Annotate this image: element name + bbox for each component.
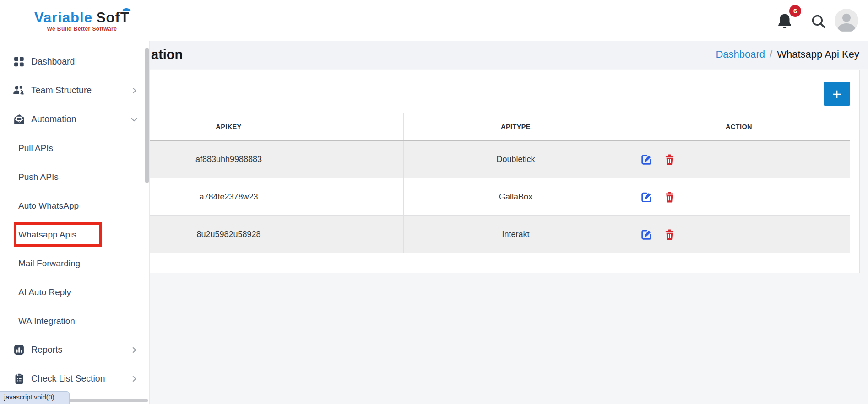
- sidebar-item-auto-whatsapp[interactable]: Auto WhatsApp: [5, 191, 149, 220]
- add-api-key-button[interactable]: +: [824, 82, 850, 106]
- brand-logo[interactable]: VariableSofT We Build Better Software: [34, 10, 130, 32]
- sidebar-vertical-scrollbar-thumb[interactable]: [145, 48, 149, 183]
- chevron-down-icon: [130, 115, 138, 124]
- sidebar-item-label: Pull APIs: [18, 143, 53, 153]
- sidebar-horizontal-scrollbar-thumb[interactable]: [69, 399, 148, 402]
- user-avatar[interactable]: [835, 9, 858, 32]
- user-avatar-icon: [835, 26, 858, 32]
- brand-primary-text: Variable: [34, 10, 92, 26]
- trash-icon: [664, 229, 675, 240]
- edit-icon: [641, 229, 652, 240]
- sidebar-item-whatsapp-apis[interactable]: Whatsapp Apis: [5, 220, 149, 249]
- sidebar-item-label: Team Structure: [31, 85, 92, 96]
- clipboard-icon: [13, 372, 25, 385]
- app-header: VariableSofT We Build Better Software 6: [5, 4, 868, 41]
- api-key-card: + APIKEYAPITYPEACTION af883uhh9988883Dou…: [44, 70, 860, 273]
- search-icon: [811, 24, 826, 31]
- notification-badge[interactable]: 6: [789, 5, 801, 17]
- status-link-tooltip: javascript:void(0): [0, 391, 70, 404]
- apitype-cell: Interakt: [404, 216, 628, 253]
- sidebar-item-label: Whatsapp Apis: [18, 230, 76, 240]
- table-row: 8u2u5982u58928Interakt: [54, 216, 850, 253]
- table-header-row: APIKEYAPITYPEACTION: [54, 113, 850, 141]
- sidebar-item-ai-auto-reply[interactable]: AI Auto Reply: [5, 278, 149, 307]
- sidebar-item-wa-integration[interactable]: WA Integration: [5, 307, 149, 335]
- edit-button[interactable]: [641, 229, 652, 240]
- breadcrumb: Dashboard/Whatsapp Api Key: [716, 41, 859, 68]
- page-titlebar: ation Dashboard/Whatsapp Api Key: [44, 41, 868, 69]
- edit-button[interactable]: [641, 154, 652, 165]
- sidebar-item-label: Dashboard: [31, 56, 75, 67]
- chevron-right-icon: [130, 375, 138, 383]
- bar-chart-icon: [13, 344, 25, 356]
- breadcrumb-separator: /: [770, 48, 772, 60]
- edit-icon: [641, 191, 652, 203]
- search-button[interactable]: [810, 14, 827, 30]
- sidebar-item-push-apis[interactable]: Push APIs: [5, 162, 149, 191]
- brand-name: VariableSofT: [34, 10, 130, 26]
- chevron-right-icon: [130, 86, 138, 95]
- team-icon: [13, 84, 25, 97]
- sidebar-item-label: WA Integration: [18, 316, 75, 326]
- sidebar-item-label: Auto WhatsApp: [18, 201, 79, 211]
- api-key-table-wrap: APIKEYAPITYPEACTION af883uhh9988883Doubl…: [54, 113, 850, 253]
- apitype-cell: GallaBox: [404, 178, 628, 216]
- delete-button[interactable]: [664, 229, 675, 240]
- chevron-right-icon: [130, 346, 138, 354]
- column-header-apitype: APITYPE: [404, 113, 628, 141]
- breadcrumb-dashboard-link[interactable]: Dashboard: [716, 48, 765, 60]
- sidebar-item-mail-forwarding[interactable]: Mail Forwarding: [5, 249, 149, 278]
- edit-icon: [641, 154, 652, 165]
- sidebar-nav: DashboardTeam StructureAutomationPull AP…: [5, 47, 149, 393]
- action-cell: [628, 178, 850, 216]
- sidebar-item-label: Automation: [31, 114, 76, 124]
- sidebar-item-label: Reports: [31, 345, 62, 355]
- api-key-table: APIKEYAPITYPEACTION af883uhh9988883Doubl…: [54, 113, 850, 253]
- sidebar-item-reports[interactable]: Reports: [5, 335, 149, 364]
- breadcrumb-current: Whatsapp Api Key: [777, 48, 859, 60]
- sidebar-item-label: Push APIs: [18, 172, 59, 182]
- apitype-cell: Doubletick: [404, 141, 628, 178]
- sidebar-item-label: Check List Section: [31, 373, 105, 384]
- table-row: a784fe2378w23GallaBox: [54, 178, 850, 216]
- sidebar-item-label: AI Auto Reply: [18, 287, 71, 297]
- trash-icon: [664, 154, 675, 165]
- sidebar-item-pull-apis[interactable]: Pull APIs: [5, 134, 149, 162]
- action-cell: [628, 216, 850, 253]
- brand-tagline: We Build Better Software: [34, 26, 130, 32]
- brand-secondary-text: SofT: [96, 10, 130, 26]
- envelope-open-icon: [13, 113, 25, 125]
- page-title: ation: [151, 41, 183, 68]
- table-row: af883uhh9988883Doubletick: [54, 141, 850, 178]
- column-header-action: ACTION: [628, 113, 850, 141]
- sidebar-item-dashboard[interactable]: Dashboard: [5, 47, 149, 76]
- delete-button[interactable]: [664, 191, 675, 203]
- bell-icon: [776, 25, 793, 32]
- sidebar: DashboardTeam StructureAutomationPull AP…: [5, 41, 150, 404]
- edit-button[interactable]: [641, 191, 652, 203]
- grid-icon: [13, 55, 25, 68]
- sidebar-item-team-structure[interactable]: Team Structure: [5, 76, 149, 105]
- main-content: ation Dashboard/Whatsapp Api Key + APIKE…: [44, 41, 868, 404]
- trash-icon: [664, 191, 675, 203]
- action-cell: [628, 141, 850, 178]
- sidebar-item-label: Mail Forwarding: [18, 259, 80, 269]
- sidebar-item-automation[interactable]: Automation: [5, 105, 149, 134]
- sidebar-item-check-list-section[interactable]: Check List Section: [5, 364, 149, 393]
- delete-button[interactable]: [664, 154, 675, 165]
